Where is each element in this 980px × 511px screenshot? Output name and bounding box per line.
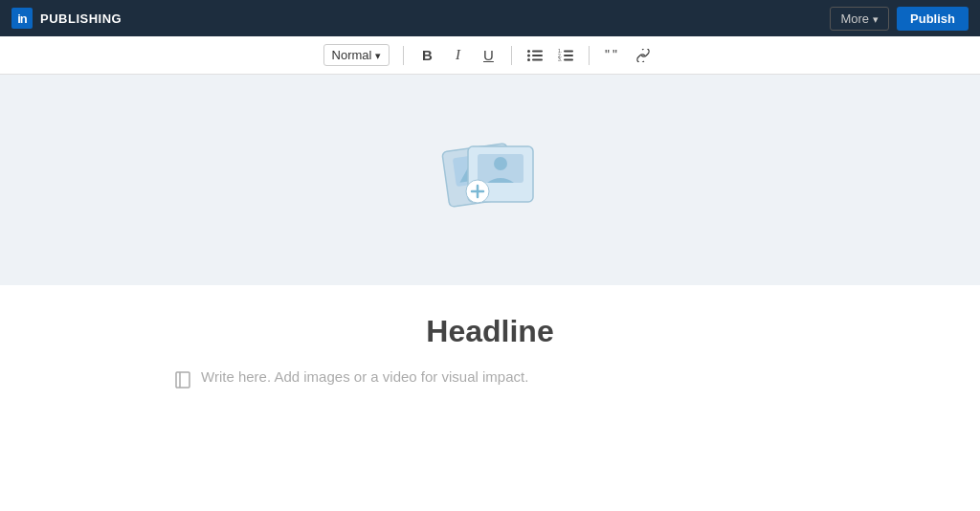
svg-point-1	[527, 54, 530, 56]
headline-placeholder[interactable]: Headline	[174, 314, 806, 349]
nav-left: in PUBLISHING	[11, 8, 122, 29]
svg-rect-10	[564, 55, 573, 56]
svg-point-20	[494, 157, 507, 170]
format-chevron-icon	[375, 48, 381, 62]
ordered-list-button[interactable]: 1. 2. 3.	[552, 42, 579, 69]
body-area[interactable]: Write here. Add images or a video for vi…	[174, 368, 806, 394]
svg-rect-5	[532, 58, 543, 60]
toolbar-divider-1	[403, 46, 404, 65]
publish-button[interactable]: Publish	[897, 7, 969, 31]
svg-rect-24	[176, 372, 189, 388]
format-select[interactable]: Normal	[323, 44, 390, 66]
link-button[interactable]	[630, 42, 657, 69]
text-cursor-icon	[174, 370, 191, 389]
body-cursor-icon	[174, 370, 191, 394]
top-navigation: in PUBLISHING More Publish	[0, 0, 980, 36]
blockquote-button[interactable]: " "	[599, 42, 626, 69]
linkedin-logo: in	[11, 8, 33, 29]
ordered-list-icon: 1. 2. 3.	[558, 49, 573, 62]
bold-button[interactable]: B	[413, 42, 440, 69]
toolbar-divider-3	[589, 46, 590, 65]
publishing-label: PUBLISHING	[40, 11, 122, 26]
underline-button[interactable]: U	[475, 42, 501, 69]
toolbar-divider-2	[511, 46, 512, 65]
nav-right: More Publish	[830, 7, 969, 31]
svg-rect-3	[532, 50, 543, 52]
more-button[interactable]: More	[830, 7, 889, 31]
formatting-toolbar: Normal B I U 1. 2. 3. " "	[0, 36, 980, 75]
unordered-list-button[interactable]	[522, 42, 548, 69]
format-select-label: Normal	[332, 48, 372, 62]
svg-point-2	[527, 58, 530, 61]
unordered-list-icon	[527, 49, 543, 62]
svg-point-0	[527, 50, 530, 53]
italic-button[interactable]: I	[444, 42, 471, 69]
link-icon	[635, 49, 651, 62]
svg-rect-11	[564, 58, 573, 60]
blockquote-icon: " "	[605, 49, 620, 62]
svg-text:": "	[612, 49, 617, 62]
content-area: Headline Write here. Add images or a vid…	[155, 285, 825, 452]
svg-text:": "	[605, 49, 610, 62]
svg-text:3.: 3.	[558, 56, 562, 62]
chevron-down-icon	[873, 11, 879, 26]
add-cover-image-icon	[428, 132, 552, 228]
body-placeholder-text: Write here. Add images or a video for vi…	[201, 368, 528, 385]
hero-image-area[interactable]	[0, 75, 980, 285]
svg-rect-9	[564, 50, 573, 52]
svg-rect-4	[532, 55, 543, 56]
